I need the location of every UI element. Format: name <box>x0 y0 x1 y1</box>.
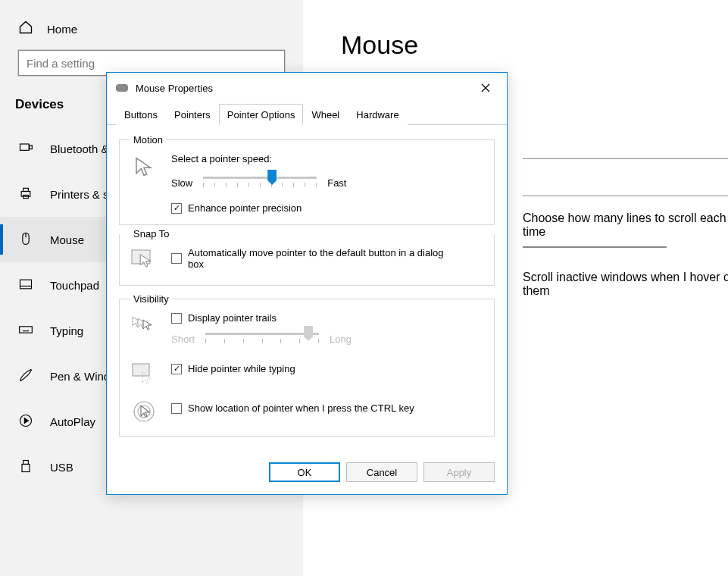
dialog-body: Motion Select a pointer speed: Slow Fas <box>107 125 507 455</box>
page-title: Mouse <box>341 30 713 60</box>
svg-rect-22 <box>133 364 149 376</box>
svg-rect-18 <box>22 464 30 471</box>
pointer-trails-icon <box>130 312 158 340</box>
svg-rect-2 <box>21 191 30 196</box>
bg-hover-label: Scroll inactive windows when I hover ove… <box>523 271 728 298</box>
svg-rect-17 <box>23 460 29 464</box>
ok-button[interactable]: OK <box>269 462 340 482</box>
sidebar-item-label: AutoPlay <box>50 415 95 428</box>
keyboard-icon <box>18 322 33 340</box>
sidebar-item-label: USB <box>50 461 73 474</box>
tab-pointers[interactable]: Pointers <box>166 104 219 125</box>
home-icon <box>18 20 33 38</box>
svg-rect-0 <box>20 144 30 150</box>
search-placeholder: Find a setting <box>27 57 95 70</box>
bg-scroll-label: Choose how many lines to scroll each tim… <box>523 211 728 239</box>
select-speed-label: Select a pointer speed: <box>171 153 483 164</box>
pointer-speed-icon <box>130 153 158 180</box>
enhance-precision-checkbox[interactable] <box>171 203 182 214</box>
touchpad-icon <box>18 277 33 294</box>
snap-to-checkbox[interactable] <box>171 253 182 264</box>
ctrl-locate-checkbox[interactable] <box>171 403 182 414</box>
group-visibility: Visibility Display pointer trails Short <box>119 293 495 437</box>
group-snap-to-legend: Snap To <box>130 228 172 239</box>
ctrl-locate-icon <box>130 398 158 425</box>
apply-button: Apply <box>423 462 495 482</box>
mouse-properties-dialog: Mouse Properties Buttons Pointers Pointe… <box>106 72 508 495</box>
group-motion-legend: Motion <box>130 134 166 146</box>
tab-hardware[interactable]: Hardware <box>348 104 407 125</box>
home-nav-item[interactable]: Home <box>0 15 303 50</box>
dialog-footer: OK Cancel Apply <box>107 455 507 494</box>
slow-label: Slow <box>171 177 192 189</box>
group-visibility-legend: Visibility <box>130 293 172 305</box>
sidebar-item-label: Mouse <box>50 233 84 246</box>
mouse-icon <box>18 231 33 249</box>
svg-marker-16 <box>24 418 28 423</box>
pen-icon <box>18 368 33 385</box>
dialog-titlebar[interactable]: Mouse Properties <box>107 73 507 103</box>
printer-icon <box>18 186 33 203</box>
svg-rect-1 <box>30 145 32 149</box>
sidebar-item-label: Touchpad <box>50 279 99 292</box>
hide-typing-icon <box>130 360 158 387</box>
group-snap-to: Snap To Automatically move pointer to th… <box>119 228 495 286</box>
sidebar-item-label: Typing <box>50 324 83 337</box>
cancel-button[interactable]: Cancel <box>346 462 417 482</box>
pointer-trails-checkbox[interactable] <box>171 313 182 324</box>
home-label: Home <box>47 23 77 36</box>
tab-buttons[interactable]: Buttons <box>116 104 166 125</box>
trails-long-label: Long <box>330 333 352 345</box>
snap-to-label: Automatically move pointer to the defaul… <box>188 247 461 270</box>
svg-rect-3 <box>23 188 29 191</box>
group-motion: Motion Select a pointer speed: Slow Fas <box>119 134 495 225</box>
tab-wheel[interactable]: Wheel <box>303 104 348 125</box>
pointer-trails-slider <box>205 328 319 349</box>
dialog-title: Mouse Properties <box>136 83 473 94</box>
dialog-tabs: Buttons Pointers Pointer Options Wheel H… <box>107 103 507 125</box>
pointer-speed-slider[interactable] <box>203 172 317 193</box>
mouse-small-icon <box>116 84 128 92</box>
svg-rect-9 <box>20 326 33 332</box>
autoplay-icon <box>18 413 33 430</box>
trails-short-label: Short <box>171 333 195 345</box>
hide-typing-checkbox[interactable] <box>171 364 182 374</box>
snap-to-icon <box>130 247 158 274</box>
ctrl-locate-label: Show location of pointer when I press th… <box>188 402 414 414</box>
tab-pointer-options[interactable]: Pointer Options <box>219 104 304 125</box>
fast-label: Fast <box>327 177 346 189</box>
close-button[interactable] <box>473 79 498 98</box>
bluetooth-icon <box>18 140 33 158</box>
pointer-trails-label: Display pointer trails <box>188 312 277 324</box>
usb-icon <box>18 459 33 476</box>
hide-typing-label: Hide pointer while typing <box>188 363 295 374</box>
enhance-precision-label: Enhance pointer precision <box>188 202 302 214</box>
svg-rect-7 <box>20 280 32 289</box>
